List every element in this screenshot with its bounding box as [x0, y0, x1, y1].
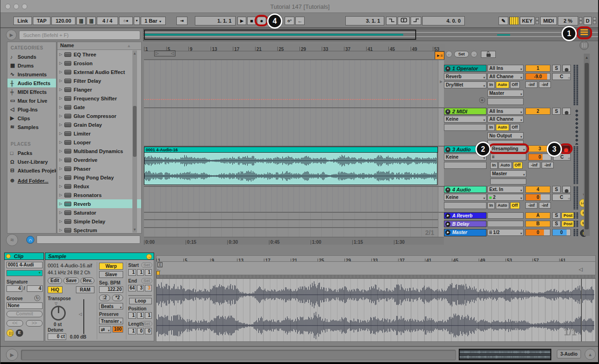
track1-activator[interactable]: 1 — [525, 65, 550, 72]
slave-button[interactable]: Slave — [99, 271, 123, 278]
clip-gain-slider[interactable] — [83, 299, 84, 334]
master-cue-out[interactable]: ii 1/2 — [487, 229, 524, 236]
nudge-forward-button[interactable]: >> — [26, 320, 43, 327]
arrangement-overview[interactable] — [143, 29, 599, 41]
device-list-item[interactable]: ▷ Gate — [57, 103, 141, 111]
beat-time-ruler[interactable]: 1591317212529333741454953 — [144, 44, 445, 51]
device-list-item[interactable]: ▷ Redux — [57, 182, 141, 191]
disclosure-triangle-icon[interactable]: ▷ — [59, 219, 64, 223]
track2-activator[interactable]: 2 — [525, 108, 550, 115]
nudge-down-button[interactable]: |||| — [76, 17, 86, 25]
disclosure-triangle-icon[interactable]: ▷ — [59, 167, 64, 171]
disclosure-triangle-icon[interactable]: ▷ — [59, 175, 64, 179]
category-item[interactable]: ♪ Sounds — [7, 52, 56, 61]
warp-button[interactable]: Warp — [99, 263, 123, 270]
track1-volume[interactable]: -9.0 — [525, 73, 550, 80]
hot-swap-wave-icon[interactable]: ≈ — [6, 234, 18, 246]
place-item[interactable]: Ω User-Library — [7, 157, 56, 166]
track4-input-type[interactable]: Ext. In — [487, 186, 524, 193]
midi-map-button[interactable]: MIDI — [540, 17, 557, 25]
add-folder-button[interactable]: ⊕ Add Folder... — [7, 176, 56, 185]
back-to-arrangement-indicator[interactable]: ►≡ — [435, 51, 444, 60]
metronome-dropdown-icon[interactable]: ▼ — [134, 17, 140, 25]
track2-input-type[interactable]: All Ins — [487, 108, 524, 115]
track3-input-channel[interactable]: ii — [490, 154, 526, 160]
track2-empty-chooser[interactable] — [444, 124, 487, 131]
track1-pan[interactable]: C — [552, 73, 571, 80]
lane-fold-icon[interactable]: ▶ — [438, 80, 444, 84]
place-item[interactable]: □ Packs — [7, 148, 56, 157]
clip-name-field[interactable]: 0001 4-Audi — [6, 262, 43, 268]
search-input[interactable]: Suchen (Befehl + F) — [19, 31, 140, 40]
category-item[interactable]: ▦ Drums — [7, 61, 56, 70]
device-list-item[interactable]: ▷ EQ Three — [57, 50, 141, 59]
track1-add-lane-button[interactable]: + — [479, 97, 485, 103]
track4-device-chooser[interactable]: Keine — [444, 194, 487, 201]
back-to-arrangement-button[interactable]: ← — [295, 17, 305, 25]
groove-chooser[interactable]: None — [6, 302, 43, 309]
return-fold-icon[interactable]: ▶ — [445, 222, 450, 227]
transient-loop-mode[interactable]: ⇄ — [99, 326, 111, 333]
track2-input-channel[interactable]: All Channe — [487, 116, 524, 123]
device-list-item[interactable]: ▷ Overdrive — [57, 155, 141, 164]
arrangement-position-field[interactable]: 1. 1. 1 — [195, 16, 236, 25]
disclosure-triangle-icon[interactable]: ▷ — [59, 52, 64, 56]
sample-waveform-display[interactable]: 1/1 — [156, 278, 596, 342]
track1-solo-button[interactable]: S — [552, 65, 561, 72]
position-bars[interactable]: 1 — [128, 312, 136, 319]
tap-tempo-button[interactable]: TAP — [33, 17, 50, 25]
ram-button[interactable]: RAM — [76, 286, 94, 293]
master-cue-volume[interactable]: 0 — [552, 229, 571, 236]
disclosure-triangle-icon[interactable]: ▷ — [59, 210, 64, 215]
return-header-reverb[interactable]: ▶A Reverb — [444, 212, 487, 219]
next-locator-button[interactable]: → — [471, 51, 477, 57]
detune-value[interactable]: 0 ct — [48, 333, 66, 340]
device-list-item[interactable]: ▷ Limiter — [57, 129, 141, 138]
track-header-audio4[interactable]: ▼4 Audio — [444, 186, 487, 193]
category-item[interactable]: ╫ Audio Effects — [7, 79, 56, 87]
device-list-item[interactable]: ▷ External Audio Effect — [57, 68, 141, 76]
disclosure-triangle-icon[interactable]: ▷ — [59, 79, 64, 83]
edit-button[interactable]: Edit — [48, 278, 62, 284]
track1-input-channel[interactable]: All Channe — [487, 73, 524, 80]
loop-brace[interactable]: ▷◁ — [154, 50, 175, 56]
device-list-item[interactable]: ▷ Multiband Dynamics — [57, 147, 141, 155]
sample-marker-row[interactable]: ╳ ▷ ◁ — [156, 262, 596, 275]
track4-volume[interactable]: 0 — [525, 194, 550, 201]
track2-arm-button[interactable] — [562, 108, 571, 115]
end-bars[interactable]: 64 — [128, 285, 136, 291]
disclosure-triangle-icon[interactable]: ▷ — [59, 158, 64, 162]
return-b-activator[interactable]: B — [525, 221, 550, 227]
disclosure-triangle-icon[interactable]: ▷ — [59, 202, 64, 206]
track4-input-channel[interactable]: 2 — [487, 194, 524, 201]
place-item[interactable]: ⊟ Aktuelles Projekt — [7, 166, 56, 175]
disclosure-triangle-icon[interactable]: ▷ — [59, 123, 64, 127]
sort-ascending-icon[interactable]: ▲ — [127, 43, 131, 48]
end-set-button[interactable]: Set — [141, 278, 152, 284]
start-sixteenths[interactable]: 1 — [145, 269, 152, 276]
track-fold-icon[interactable]: ▼ — [445, 187, 450, 192]
browser-scrollbar[interactable]: ▲ ▼ — [132, 50, 137, 233]
transpose-knob[interactable] — [51, 306, 66, 321]
link-button[interactable]: Link — [13, 17, 32, 25]
track4-monitor[interactable]: InAutoOff — [487, 202, 520, 209]
gain-value[interactable]: 0.00 dB — [70, 334, 87, 339]
track2-output-type[interactable]: No Output — [487, 132, 524, 139]
halve-bpm-button[interactable]: :2 — [99, 295, 110, 301]
category-item[interactable]: ≋ Samples — [7, 123, 56, 131]
midi-overdub-button[interactable]: o° — [285, 17, 294, 25]
track-header-midi[interactable]: ▼2 MIDI — [444, 108, 487, 115]
start-set-button[interactable]: Set — [141, 262, 152, 268]
track1-output-type[interactable]: Master — [487, 90, 524, 97]
track-lane-audio3[interactable]: 0001 4-Audio-16 — [144, 146, 438, 186]
transient-envelope-value[interactable]: 100 — [112, 326, 123, 333]
track2-monitor[interactable]: InAutoOff — [487, 124, 520, 131]
length-sixteenths[interactable]: 0 — [145, 328, 152, 334]
nudge-back-button[interactable]: << — [6, 320, 23, 327]
transpose-value[interactable]: 0 st — [54, 322, 62, 327]
nudge-up-button[interactable]: |||| — [87, 17, 96, 25]
punch-out-button[interactable] — [411, 17, 421, 25]
envelope-tab-icon[interactable]: E — [16, 329, 23, 337]
return-lane-a[interactable] — [144, 212, 438, 219]
disclosure-triangle-icon[interactable]: ▷ — [59, 96, 64, 100]
